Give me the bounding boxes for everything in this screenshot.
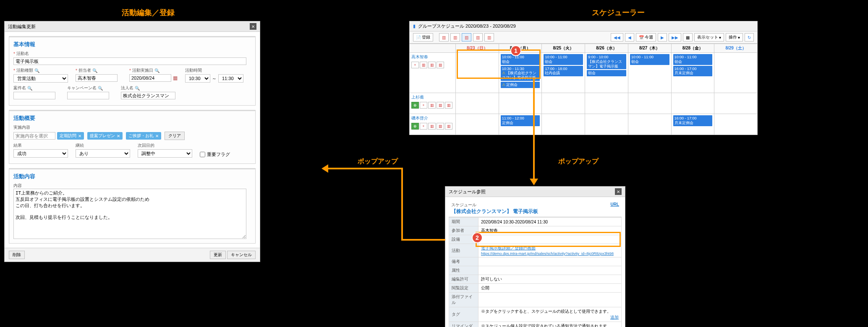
- event-item[interactable]: 10:00 - 11:00朝会: [544, 54, 583, 65]
- view-icon[interactable]: ▥: [428, 123, 436, 130]
- time-from-select[interactable]: 10:30: [185, 74, 210, 83]
- day-cell[interactable]: 16:00 - 17:00月末定例会: [672, 114, 715, 135]
- important-flag-checkbox[interactable]: [200, 152, 205, 157]
- date-input[interactable]: [129, 74, 171, 82]
- search-icon[interactable]: 🔍: [154, 68, 159, 73]
- event-item[interactable]: 16:00 - 17:00月末定例会: [673, 115, 713, 126]
- day-cell[interactable]: 11:00 - 12:00定例会: [499, 114, 542, 135]
- cancel-button[interactable]: キャンセル: [227, 251, 256, 259]
- day-cell[interactable]: [456, 93, 499, 114]
- day-cell[interactable]: [499, 93, 542, 114]
- view-icon[interactable]: ▥: [420, 62, 427, 68]
- event-item[interactable]: 朝会: [587, 70, 626, 76]
- day-cell[interactable]: [542, 114, 585, 135]
- event-item[interactable]: 10:00 - 11:00朝会: [673, 54, 713, 65]
- day-cell[interactable]: [714, 114, 758, 135]
- day-cell[interactable]: [585, 93, 628, 114]
- update-button[interactable]: 更新: [210, 251, 226, 259]
- day-cell[interactable]: 10:00 - 11:00朝会 16:00 - 17:00月末定例会: [672, 53, 715, 93]
- important-flag[interactable]: 重要フラグ: [200, 151, 246, 158]
- register-button[interactable]: 📄 登録: [413, 33, 433, 42]
- view-month-button[interactable]: ▥: [473, 33, 483, 42]
- search-icon[interactable]: 🔍: [34, 68, 39, 73]
- close-icon[interactable]: ✕: [117, 134, 120, 138]
- day-cell[interactable]: [714, 93, 758, 114]
- view-list-button[interactable]: ▥: [484, 33, 494, 42]
- nav-last-button[interactable]: ▶▶: [669, 33, 681, 42]
- nav-first-button[interactable]: ◀◀: [611, 33, 623, 42]
- day-cell[interactable]: 9:00 - 10:00【株式会社クランスマン】電子掲示板 朝会: [585, 53, 628, 93]
- tag-add-link[interactable]: 追加: [610, 314, 619, 320]
- continue-select[interactable]: あり: [76, 149, 130, 158]
- view-icon[interactable]: ▥: [428, 102, 436, 109]
- view-icon[interactable]: ▥: [445, 123, 452, 130]
- refresh-button[interactable]: ↻: [745, 33, 754, 42]
- day-cell[interactable]: [672, 93, 715, 114]
- close-icon[interactable]: ✕: [250, 23, 256, 30]
- view-icon[interactable]: ▥: [437, 62, 444, 68]
- viewset-button[interactable]: 表示セット ▾: [694, 33, 724, 42]
- view-icon[interactable]: ▥: [445, 102, 452, 109]
- activity-detail-link[interactable]: 電子掲示板詳細／登録の画面: [481, 246, 536, 250]
- event-item[interactable]: 10:00 - 11:00朝会: [501, 54, 540, 65]
- tag-visit[interactable]: 定期訪問✕: [57, 132, 84, 140]
- event-item[interactable]: 10:00 - 11:00朝会: [630, 54, 669, 65]
- activity-type-select[interactable]: 営業活動: [13, 74, 68, 83]
- view-icon[interactable]: ▥: [437, 102, 444, 109]
- day-cell[interactable]: [456, 53, 499, 93]
- body-textarea[interactable]: IT上業務からのご紹介。 五反田オフィスに電子掲示板の設置とシステム設定の依頼の…: [13, 189, 246, 239]
- search-icon[interactable]: 🔍: [27, 86, 32, 91]
- close-icon[interactable]: ✕: [615, 188, 622, 195]
- time-to-select[interactable]: 11:30: [218, 74, 243, 83]
- nav-next-button[interactable]: ▶: [658, 33, 667, 42]
- url-link[interactable]: URL: [610, 202, 619, 207]
- activity-name-input[interactable]: [13, 57, 246, 65]
- date-picker-button[interactable]: 📅 今週: [636, 33, 656, 42]
- day-cell[interactable]: [714, 53, 758, 93]
- day-cell[interactable]: [542, 93, 585, 114]
- add-event-icon[interactable]: ⊕: [411, 123, 419, 130]
- ops-button[interactable]: 操作 ▾: [726, 33, 743, 42]
- day-cell[interactable]: [628, 114, 672, 135]
- day-cell[interactable]: [628, 93, 672, 114]
- section-summary: 活動概要 実施内容 定期訪問✕ 提案プレゼン✕ ご挨拶・お礼✕ クリア 結果 成…: [9, 110, 256, 164]
- add-event-icon[interactable]: ⊕: [411, 102, 419, 109]
- arrow-connector: [327, 168, 403, 169]
- day-cell[interactable]: [585, 114, 628, 135]
- day-cell[interactable]: 10:00 - 11:00朝会 17:00 - 18:00社内会議: [542, 53, 585, 93]
- company-input[interactable]: [121, 92, 175, 99]
- next-purpose-select[interactable]: 調整中: [138, 149, 192, 158]
- tag-presentation[interactable]: 提案プレゼン✕: [87, 132, 123, 140]
- delete-button[interactable]: 削除: [9, 251, 25, 259]
- nav-prev-button[interactable]: ◀: [625, 33, 634, 42]
- event-item[interactable]: 16:00 - 17:00月末定例会: [673, 66, 713, 77]
- result-select[interactable]: 成功: [13, 149, 68, 158]
- event-item[interactable]: 9:00 - 10:00【株式会社クランスマン】電子掲示板: [587, 54, 626, 69]
- event-item[interactable]: 17:00 - 18:00社内会議: [544, 66, 583, 77]
- tag-greeting[interactable]: ご挨拶・お礼✕: [126, 132, 161, 140]
- view-icon[interactable]: +: [420, 123, 427, 130]
- view-week-button[interactable]: ▥: [462, 33, 471, 42]
- campaign-input[interactable]: [67, 92, 109, 99]
- day-cell[interactable]: 10:00 - 11:00朝会 10:30 - 11:30⚠ 【株式会社クランス…: [499, 53, 542, 93]
- day-cell[interactable]: [456, 114, 499, 135]
- search-icon[interactable]: 🔍: [135, 86, 140, 91]
- clear-button[interactable]: クリア: [165, 132, 185, 140]
- view-3day-button[interactable]: ▥: [450, 33, 460, 42]
- grid-button[interactable]: ▦: [683, 33, 693, 42]
- owner-input[interactable]: [76, 74, 118, 82]
- close-icon[interactable]: ✕: [155, 134, 159, 138]
- deal-input[interactable]: [13, 92, 55, 99]
- search-icon[interactable]: 🔍: [98, 86, 103, 91]
- impl-content-input[interactable]: [13, 132, 55, 140]
- add-event-icon[interactable]: +: [411, 62, 419, 68]
- day-cell[interactable]: 10:00 - 11:00朝会: [628, 53, 672, 93]
- activity-url-link[interactable]: https://demo.dps.intra-mart.jp/ind/sales…: [481, 252, 614, 256]
- view-day-button[interactable]: ▥: [439, 33, 449, 42]
- close-icon[interactable]: ✕: [78, 134, 81, 138]
- view-icon[interactable]: +: [420, 102, 427, 109]
- view-icon[interactable]: ▥: [428, 62, 436, 68]
- view-icon[interactable]: ▥: [437, 123, 444, 130]
- calendar-icon[interactable]: ▦: [173, 75, 178, 81]
- search-icon[interactable]: 🔍: [92, 68, 97, 73]
